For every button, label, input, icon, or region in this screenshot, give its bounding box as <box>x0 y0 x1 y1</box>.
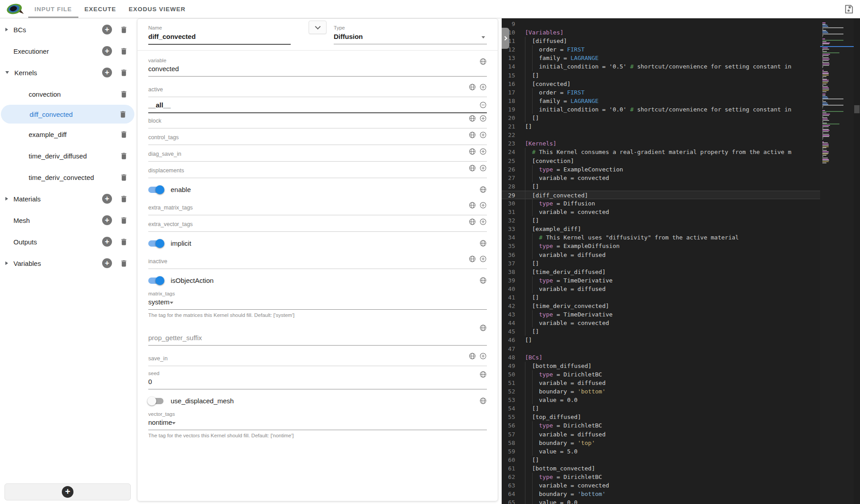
sidebar-item-mesh[interactable]: Mesh + <box>0 209 135 231</box>
code-line[interactable]: 46[] <box>502 336 821 344</box>
add-child-button[interactable]: + <box>102 194 112 204</box>
code-line[interactable]: 59value = 5.0 <box>502 447 821 456</box>
code-line[interactable]: 42[time_deriv_convected] <box>502 302 821 310</box>
code-line[interactable]: 43type = TimeDerivative <box>502 310 821 319</box>
vector-tags-select[interactable]: nontime <box>148 417 487 430</box>
add-child-button[interactable]: + <box>102 68 112 77</box>
sidebar-item-bcs[interactable]: BCs + <box>0 19 135 40</box>
globe-icon[interactable] <box>479 186 487 193</box>
code-line[interactable]: 29[diff_convected] <box>502 191 821 199</box>
globe-icon[interactable] <box>479 277 487 284</box>
delete-icon[interactable] <box>120 26 128 34</box>
add-entry-icon[interactable] <box>479 255 487 263</box>
code-line[interactable]: 11[diffused] <box>502 37 821 45</box>
globe-icon[interactable] <box>469 255 476 263</box>
add-child-button[interactable]: + <box>102 215 112 225</box>
globe-icon[interactable] <box>469 218 476 226</box>
code-line[interactable]: 57variable = diffused <box>502 430 821 439</box>
code-line[interactable]: 23[Kernels] <box>502 139 821 148</box>
tab-input-file[interactable]: INPUT FILE <box>28 0 78 18</box>
sidebar-item-outputs[interactable]: Outputs + <box>0 231 135 252</box>
prop-getter-suffix-input[interactable]: prop_getter_suffix <box>148 324 487 346</box>
add-entry-icon[interactable] <box>479 201 487 209</box>
code-line[interactable]: 64boundary = 'bottom' <box>502 490 821 498</box>
code-line[interactable]: 35type = ExampleDiffusion <box>502 242 821 250</box>
code-line[interactable]: 15[] <box>502 71 821 80</box>
code-line[interactable]: 28[] <box>502 182 821 191</box>
code-line[interactable]: 24# This Kernel consumes a real-gradient… <box>502 148 821 156</box>
name-input[interactable]: diff_convected <box>148 30 291 45</box>
expand-icon[interactable] <box>5 28 8 31</box>
code-line[interactable]: 40variable = diffused <box>502 285 821 293</box>
tab-execute[interactable]: EXECUTE <box>78 0 123 18</box>
delete-icon[interactable] <box>120 130 128 139</box>
code-line[interactable]: 50type = DirichletBC <box>502 370 821 379</box>
code-line[interactable]: 65value = 0.0 <box>502 498 821 504</box>
code-line[interactable]: 38[time_deriv_diffused] <box>502 268 821 276</box>
code-line[interactable]: 21[] <box>502 122 821 131</box>
code-line[interactable]: 61[bottom_convected] <box>502 464 821 473</box>
save-icon[interactable] <box>843 4 854 14</box>
sidebar-item-time-deriv-diffused[interactable]: time_deriv_diffused <box>0 145 135 167</box>
add-entry-icon[interactable] <box>479 164 487 172</box>
code-line[interactable]: 48[BCs] <box>502 353 821 362</box>
code-line[interactable]: 34# This Kernel uses "diffusivity" from … <box>502 233 821 242</box>
expand-form-handle[interactable] <box>502 28 509 49</box>
sidebar-item-executioner[interactable]: Executioner + <box>0 40 135 62</box>
code-line[interactable]: 9 <box>502 20 821 28</box>
code-line[interactable]: 51variable = diffused <box>502 379 821 387</box>
sidebar-item-kernels[interactable]: Kernels + <box>0 62 135 83</box>
sidebar-item-variables[interactable]: Variables + <box>0 252 135 274</box>
code-line[interactable]: 22 <box>502 131 821 139</box>
sidebar-item-convection[interactable]: convection <box>0 83 135 105</box>
globe-icon[interactable] <box>469 131 476 139</box>
code-line[interactable]: 12order = FIRST <box>502 45 821 54</box>
delete-icon[interactable] <box>120 238 128 246</box>
add-child-button[interactable]: + <box>102 46 112 56</box>
use-displaced-mesh-toggle[interactable] <box>148 398 163 404</box>
collapse-icon[interactable] <box>5 71 9 74</box>
add-entry-icon[interactable] <box>479 218 487 226</box>
implicit-toggle[interactable] <box>148 240 163 247</box>
add-entry-icon[interactable] <box>479 148 487 155</box>
add-entry-icon[interactable] <box>479 131 487 139</box>
add-entry-icon[interactable] <box>479 352 487 360</box>
code-line[interactable]: 56type = DirichletBC <box>502 421 821 430</box>
code-line[interactable]: 30type = Diffusion <box>502 199 821 208</box>
enable-toggle[interactable] <box>148 187 163 193</box>
globe-icon[interactable] <box>469 148 476 155</box>
code-line[interactable]: 54[] <box>502 404 821 413</box>
code-line[interactable]: 47 <box>502 345 821 353</box>
matrix-tags-select[interactable]: system <box>148 296 487 310</box>
code-area[interactable]: 910[Variables]11[diffused]12order = FIRS… <box>502 20 860 504</box>
code-line[interactable]: 62type = DirichletBC <box>502 473 821 481</box>
delete-icon[interactable] <box>120 152 128 160</box>
add-entry-icon[interactable] <box>479 115 487 122</box>
code-line[interactable]: 63variable = convected <box>502 481 821 490</box>
seed-input[interactable]: 0 <box>148 376 487 389</box>
code-line[interactable]: 16[convected] <box>502 80 821 88</box>
delete-icon[interactable] <box>120 68 128 77</box>
minimap[interactable] <box>820 18 854 504</box>
code-line[interactable]: 20[] <box>502 114 821 122</box>
editor-scrollbar[interactable] <box>854 18 860 504</box>
expand-icon[interactable] <box>5 197 8 201</box>
code-line[interactable]: 60[] <box>502 456 821 464</box>
is-object-action-toggle[interactable] <box>148 278 163 284</box>
delete-icon[interactable] <box>120 195 128 203</box>
code-line[interactable]: 27variable = convected <box>502 174 821 182</box>
code-line[interactable]: 36variable = diffused <box>502 251 821 259</box>
sidebar-item-time-deriv-convected[interactable]: time_deriv_convected <box>0 167 135 188</box>
remove-entry-icon[interactable] <box>479 101 487 109</box>
globe-icon[interactable] <box>469 164 476 172</box>
code-line[interactable]: 17order = FIRST <box>502 88 821 97</box>
globe-icon[interactable] <box>469 201 476 209</box>
type-select[interactable]: Diffusion <box>334 30 487 44</box>
globe-icon[interactable] <box>479 239 487 247</box>
globe-icon[interactable] <box>469 115 476 122</box>
active-entry-input[interactable]: __all__ <box>148 101 479 109</box>
code-line[interactable]: 37[] <box>502 259 821 268</box>
sidebar-item-example-diff[interactable]: example_diff <box>0 124 135 145</box>
delete-icon[interactable] <box>120 173 128 182</box>
globe-icon[interactable] <box>479 324 487 332</box>
